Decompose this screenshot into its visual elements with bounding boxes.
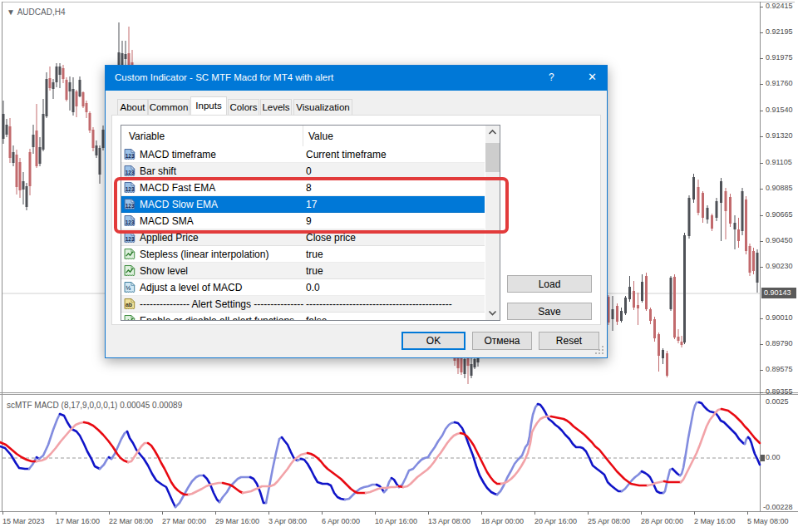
svg-text:123: 123 xyxy=(126,153,135,159)
svg-text:123: 123 xyxy=(126,236,135,242)
svg-text:ab: ab xyxy=(126,302,132,308)
svg-text:½: ½ xyxy=(126,284,131,292)
svg-text:123: 123 xyxy=(126,170,135,175)
